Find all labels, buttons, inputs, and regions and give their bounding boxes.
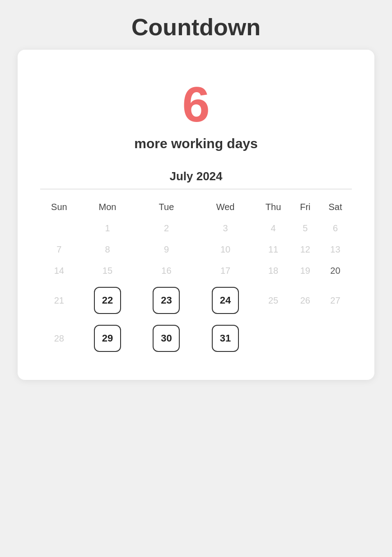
calendar-day-cell: 30 (137, 319, 196, 357)
calendar-day-cell: 17 (196, 260, 255, 281)
calendar-day-cell: 5 (292, 218, 319, 239)
calendar-container: July 2024 SunMonTueWedThuFriSat 12345678… (40, 169, 352, 357)
calendar-day-cell: 25 (255, 281, 292, 319)
calendar-day-cell: 16 (137, 260, 196, 281)
calendar-day-cell: 28 (40, 319, 78, 357)
calendar-title: July 2024 (40, 169, 352, 183)
calendar-day-cell (255, 319, 292, 357)
calendar-divider (40, 189, 352, 189)
calendar-day-header: Tue (137, 197, 196, 218)
calendar-day-cell: 11 (255, 239, 292, 260)
highlighted-day-box: 31 (212, 325, 239, 352)
calendar-day-cell: 9 (137, 239, 196, 260)
calendar-day-header: Thu (255, 197, 292, 218)
calendar-week-row: 123456 (40, 218, 352, 239)
calendar-day-cell: 23 (137, 281, 196, 319)
calendar-day-cell: 20 (319, 260, 352, 281)
calendar-day-header: Fri (292, 197, 319, 218)
highlighted-day-box: 23 (153, 287, 180, 314)
calendar-day-header: Mon (78, 197, 137, 218)
highlighted-day-box: 29 (94, 325, 121, 352)
calendar-day-cell (292, 319, 319, 357)
calendar-week-row: 78910111213 (40, 239, 352, 260)
highlighted-day-box: 24 (212, 287, 239, 314)
calendar-day-cell: 19 (292, 260, 319, 281)
calendar-week-row: 21222324252627 (40, 281, 352, 319)
calendar-day-header: Sun (40, 197, 78, 218)
calendar-day-cell: 13 (319, 239, 352, 260)
calendar-body: 1234567891011121314151617181920212223242… (40, 218, 352, 357)
calendar-day-cell: 22 (78, 281, 137, 319)
calendar-day-cell: 12 (292, 239, 319, 260)
calendar-day-cell: 8 (78, 239, 137, 260)
page-title: Countdown (131, 14, 261, 41)
calendar-day-cell: 4 (255, 218, 292, 239)
calendar-day-cell: 10 (196, 239, 255, 260)
calendar-day-cell: 7 (40, 239, 78, 260)
calendar-day-cell: 21 (40, 281, 78, 319)
highlighted-day-box: 22 (94, 287, 121, 314)
calendar-day-cell: 15 (78, 260, 137, 281)
calendar-day-cell: 24 (196, 281, 255, 319)
calendar-header-row: SunMonTueWedThuFriSat (40, 197, 352, 218)
calendar-day-cell: 2 (137, 218, 196, 239)
calendar-day-cell: 18 (255, 260, 292, 281)
calendar-week-row: 28293031 (40, 319, 352, 357)
calendar-day-cell: 1 (78, 218, 137, 239)
calendar-day-cell: 27 (319, 281, 352, 319)
calendar-day-cell: 3 (196, 218, 255, 239)
calendar-day-header: Wed (196, 197, 255, 218)
calendar-day-cell: 29 (78, 319, 137, 357)
countdown-number: 6 (182, 77, 210, 131)
calendar-day-header: Sat (319, 197, 352, 218)
calendar-day-cell: 26 (292, 281, 319, 319)
main-card: 6 more working days July 2024 SunMonTueW… (18, 50, 374, 380)
calendar-week-row: 14151617181920 (40, 260, 352, 281)
calendar-day-cell: 14 (40, 260, 78, 281)
highlighted-day-box: 30 (153, 325, 180, 352)
calendar-grid: SunMonTueWedThuFriSat 123456789101112131… (40, 197, 352, 357)
calendar-day-cell: 31 (196, 319, 255, 357)
calendar-day-cell: 6 (319, 218, 352, 239)
calendar-day-cell (319, 319, 352, 357)
countdown-label: more working days (134, 136, 257, 151)
calendar-day-cell (40, 218, 78, 239)
